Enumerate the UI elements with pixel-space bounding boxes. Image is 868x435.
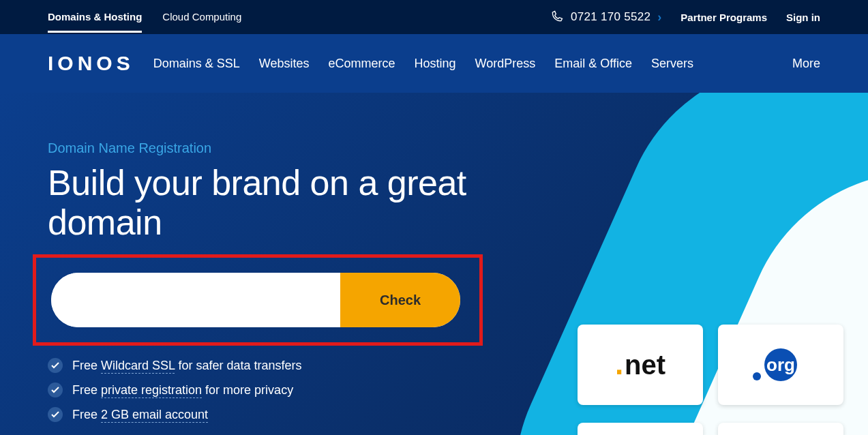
feature-text: Free private registration for more priva… bbox=[72, 383, 293, 397]
hero: Domain Name Registration Build your bran… bbox=[0, 93, 868, 435]
tld-card-org[interactable]: org bbox=[718, 325, 843, 405]
nav-websites[interactable]: Websites bbox=[259, 57, 310, 71]
org-icon: org bbox=[747, 341, 815, 389]
annotation-highlight-box: Check bbox=[33, 254, 483, 346]
logo[interactable]: IONOS bbox=[48, 52, 134, 75]
partner-programs-link[interactable]: Partner Programs bbox=[680, 12, 767, 23]
chevron-right-icon: › bbox=[657, 10, 661, 25]
tab-cloud-computing[interactable]: Cloud Computing bbox=[162, 1, 241, 33]
check-button[interactable]: Check bbox=[340, 273, 460, 327]
feature-term[interactable]: 2 GB email account bbox=[101, 408, 208, 423]
check-icon bbox=[48, 382, 63, 397]
top-bar: Domains & Hosting Cloud Computing 0721 1… bbox=[0, 0, 868, 34]
tld-card-net[interactable]: .net bbox=[578, 325, 703, 405]
nav-wordpress[interactable]: WordPress bbox=[475, 57, 536, 71]
tab-domains-hosting[interactable]: Domains & Hosting bbox=[48, 1, 142, 33]
hero-content: Domain Name Registration Build your bran… bbox=[48, 140, 566, 422]
nav-more[interactable]: More bbox=[792, 57, 820, 70]
nav-ecommerce[interactable]: eCommerce bbox=[328, 57, 395, 71]
phone-number: 0721 170 5522 bbox=[571, 10, 650, 24]
feature-list: Free Wildcard SSL for safer data transfe… bbox=[48, 358, 566, 422]
hero-eyebrow: Domain Name Registration bbox=[48, 140, 566, 156]
tld-net-label: .net bbox=[615, 350, 665, 380]
main-nav-left: IONOS Domains & SSL Websites eCommerce H… bbox=[48, 52, 693, 75]
tld-card-peek-2[interactable] bbox=[718, 423, 843, 435]
main-nav-right: More bbox=[792, 57, 820, 71]
hero-headline: Build your brand on a great domain bbox=[48, 163, 566, 242]
check-icon bbox=[48, 358, 63, 373]
domain-search: Check bbox=[51, 273, 460, 327]
feature-text: Free Wildcard SSL for safer data transfe… bbox=[72, 359, 301, 373]
tld-card-row: .net org bbox=[578, 325, 843, 405]
feature-item: Free 2 GB email account bbox=[48, 407, 566, 422]
feature-term[interactable]: Wildcard SSL bbox=[101, 359, 175, 374]
feature-term[interactable]: private registration bbox=[101, 383, 202, 398]
topbar-left: Domains & Hosting Cloud Computing bbox=[48, 1, 241, 33]
feature-item: Free private registration for more priva… bbox=[48, 382, 566, 397]
phone-link[interactable]: 0721 170 5522 › bbox=[550, 10, 661, 25]
tld-card-row-2 bbox=[578, 423, 843, 435]
nav-email-office[interactable]: Email & Office bbox=[554, 57, 632, 71]
svg-text:org: org bbox=[766, 355, 795, 375]
svg-point-1 bbox=[753, 372, 761, 380]
domain-search-input[interactable] bbox=[51, 273, 340, 327]
nav-domains-ssl[interactable]: Domains & SSL bbox=[153, 57, 240, 71]
nav-hosting[interactable]: Hosting bbox=[414, 57, 455, 71]
topbar-right: 0721 170 5522 › Partner Programs Sign in bbox=[550, 10, 820, 25]
main-nav: IONOS Domains & SSL Websites eCommerce H… bbox=[0, 34, 868, 93]
tld-card-peek-1[interactable] bbox=[578, 423, 703, 435]
feature-text: Free 2 GB email account bbox=[72, 408, 208, 422]
check-icon bbox=[48, 407, 63, 422]
nav-servers[interactable]: Servers bbox=[651, 57, 693, 71]
signin-link[interactable]: Sign in bbox=[786, 12, 820, 23]
feature-item: Free Wildcard SSL for safer data transfe… bbox=[48, 358, 566, 373]
phone-icon bbox=[550, 10, 564, 25]
